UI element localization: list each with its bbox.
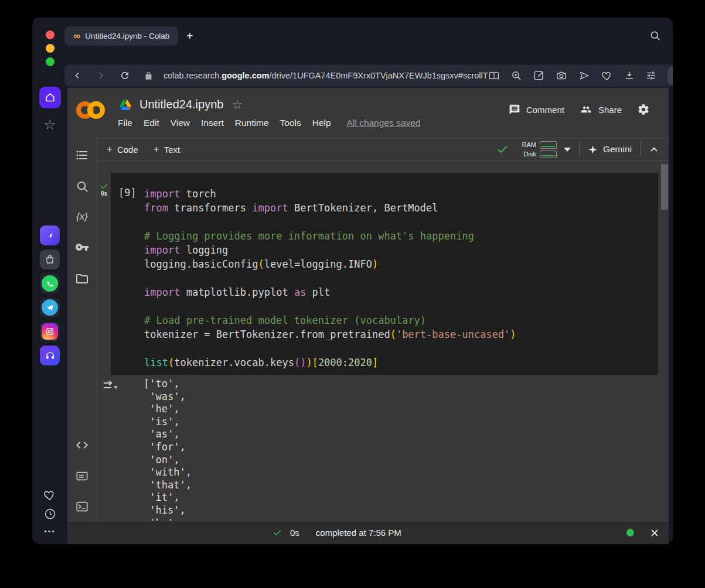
drive-icon [120, 100, 131, 110]
gemini-sparkle-icon [588, 145, 598, 155]
more-options-icon[interactable]: ••• [44, 527, 56, 536]
menu-edit[interactable]: Edit [144, 118, 159, 128]
autosave-status[interactable]: All changes saved [347, 118, 421, 128]
resources-dropdown-arrow[interactable] [564, 148, 571, 152]
reader-book-icon[interactable] [488, 70, 500, 81]
notebook-title[interactable]: Untitled24.ipynb [139, 98, 223, 111]
find-replace-icon[interactable] [76, 180, 89, 193]
code-snippets-icon[interactable] [75, 438, 89, 452]
favorites-star-icon[interactable]: ☆ [43, 118, 56, 132]
app-icon-instagram[interactable] [40, 322, 60, 341]
minimize-window-button[interactable] [46, 44, 55, 53]
colab-header: Untitled24.ipynb ☆ File Edit View Insert… [67, 88, 669, 138]
menu-view[interactable]: View [171, 118, 190, 128]
files-folder-icon[interactable] [75, 272, 89, 286]
download-icon[interactable] [624, 70, 635, 81]
collapse-toolbar-icon[interactable] [649, 144, 659, 155]
app-icon-telegram[interactable] [40, 298, 60, 317]
people-icon [580, 104, 592, 115]
code-editor[interactable]: import torchfrom transformers import Ber… [144, 187, 516, 370]
execution-status-bar: 0s completed at 7:56 PM [67, 521, 669, 544]
menu-help[interactable]: Help [312, 118, 331, 128]
variables-icon[interactable]: {x} [76, 211, 88, 223]
app-icon-store-bag[interactable] [40, 249, 60, 269]
browser-sidebar: ☆ [32, 18, 67, 544]
add-code-button[interactable]: + Code [107, 143, 138, 155]
colab-sidebar-rail: {x} [67, 138, 97, 521]
new-tab-button[interactable]: + [186, 29, 193, 42]
url-text[interactable]: colab.research.google.com/drive/1UFGA74E… [164, 71, 488, 80]
colab-favicon: ∞ [73, 31, 80, 41]
disk-gauge [540, 151, 557, 158]
cell-output-text[interactable]: ['to', 'was', 'he', 'is', 'as', 'for', '… [144, 378, 192, 521]
menu-file[interactable]: File [118, 118, 132, 128]
table-of-contents-icon[interactable] [75, 148, 89, 162]
ram-gauge [540, 141, 557, 149]
cell-exec-time: 0s [101, 190, 107, 197]
terminal-icon[interactable] [75, 500, 89, 513]
compose-icon[interactable] [533, 70, 544, 81]
history-clock-icon[interactable] [44, 508, 56, 520]
code-cell[interactable]: [9] import torchfrom transformers import… [111, 173, 658, 375]
pinned-apps [40, 225, 60, 365]
plus-icon: + [154, 143, 159, 155]
close-window-button[interactable] [46, 30, 55, 39]
close-status-icon[interactable] [650, 528, 659, 538]
address-bar-row: colab.research.google.com/drive/1UFGA74E… [64, 64, 670, 87]
zoom-in-icon[interactable] [511, 70, 522, 81]
menu-bar: File Edit View Insert Runtime Tools Help… [118, 118, 420, 128]
add-text-button[interactable]: + Text [154, 143, 180, 155]
resource-gauges[interactable]: RAM Disk [520, 141, 557, 158]
favorite-heart-icon[interactable] [601, 70, 613, 81]
menu-runtime[interactable]: Runtime [235, 118, 269, 128]
screen: ☆ [0, 0, 705, 588]
lock-icon [144, 71, 153, 81]
colab-app: Untitled24.ipynb ☆ File Edit View Insert… [67, 88, 669, 544]
runtime-connected-check-icon [495, 143, 509, 155]
comment-icon [509, 104, 520, 115]
plus-icon: + [107, 143, 113, 155]
star-notebook-icon[interactable]: ☆ [231, 98, 243, 111]
command-palette-icon[interactable] [75, 470, 89, 483]
share-send-icon[interactable] [578, 70, 590, 81]
browser-window: ☆ [32, 18, 673, 544]
tab-bar: ∞ Untitled24.ipynb - Colab + [64, 26, 667, 46]
heart-icon[interactable] [43, 489, 56, 501]
share-button[interactable]: Share [580, 104, 622, 115]
app-icon-headphones[interactable] [40, 346, 60, 365]
cell-output-icon[interactable] [103, 380, 119, 392]
status-message: completed at 7:56 PM [316, 528, 401, 538]
menu-tools[interactable]: Tools [280, 118, 301, 128]
tab-title: Untitled24.ipynb - Colab [85, 32, 169, 40]
colab-logo-icon[interactable] [76, 101, 105, 119]
camera-icon[interactable] [556, 70, 567, 81]
secrets-key-icon[interactable] [75, 240, 89, 254]
cell-execution-badge[interactable]: 0s [99, 182, 109, 197]
address-bar-actions [488, 67, 673, 85]
back-icon[interactable] [73, 71, 82, 80]
execution-count[interactable]: [9] [118, 187, 137, 199]
home-button[interactable] [39, 87, 61, 108]
notebook-toolbar: + Code + Text RAM Disk Gemini [97, 138, 669, 161]
fullscreen-window-button[interactable] [46, 57, 55, 66]
address-bar[interactable]: colab.research.google.com/drive/1UFGA74E… [64, 64, 673, 87]
comment-button[interactable]: Comment [509, 104, 564, 115]
status-duration: 0s [290, 528, 299, 538]
browser-search-icon[interactable] [649, 30, 661, 42]
home-icon [45, 92, 56, 103]
settings-gear-icon[interactable] [637, 103, 650, 116]
runtime-status-dot [626, 529, 634, 536]
forward-icon[interactable] [96, 71, 105, 80]
app-icon-pointer[interactable] [40, 225, 60, 245]
sidebar-bottom: ••• [43, 489, 56, 544]
reload-icon[interactable] [120, 70, 130, 81]
app-icon-whatsapp[interactable] [40, 274, 60, 293]
profile-button[interactable] [667, 67, 673, 85]
browser-tab[interactable]: ∞ Untitled24.ipynb - Colab [64, 26, 178, 46]
notebook-canvas[interactable]: 0s [9] import torchfrom transformers imp… [98, 161, 669, 521]
status-check-icon [272, 528, 282, 537]
gemini-button[interactable]: Gemini [588, 144, 632, 155]
menu-insert[interactable]: Insert [201, 118, 224, 128]
tune-sliders-icon[interactable] [646, 70, 656, 81]
notebook-scrollbar[interactable] [661, 164, 668, 210]
